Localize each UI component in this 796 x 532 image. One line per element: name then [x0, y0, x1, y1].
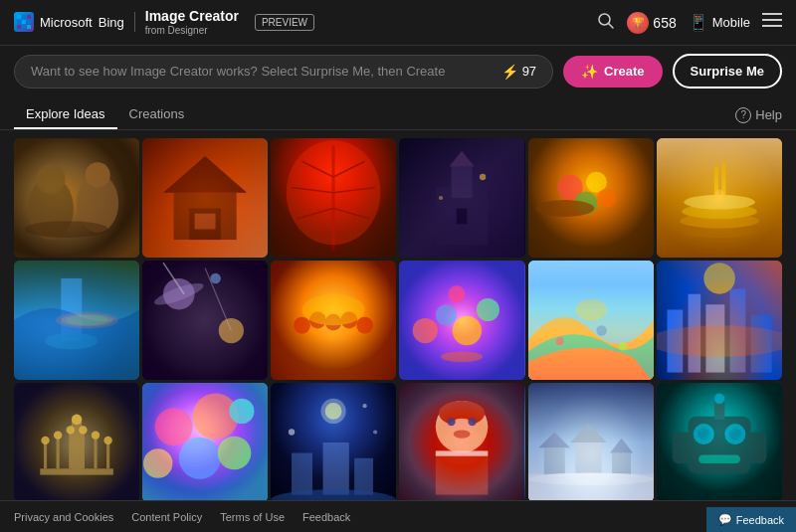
bolt-count: 97 [522, 64, 536, 79]
svg-point-109 [92, 431, 100, 439]
svg-rect-4 [22, 20, 26, 24]
grid-item-pancakes[interactable] [657, 138, 782, 258]
svg-point-44 [574, 192, 597, 215]
create-button[interactable]: ✨ Create [563, 56, 662, 88]
svg-point-72 [341, 312, 358, 329]
svg-point-149 [724, 424, 745, 444]
brand-sub: from Designer [145, 25, 239, 36]
svg-rect-14 [14, 138, 139, 258]
svg-rect-0 [17, 15, 21, 19]
help-icon: ? [735, 107, 751, 123]
grid-item-robot[interactable] [657, 383, 782, 502]
svg-line-66 [163, 263, 184, 294]
search-placeholder: Want to see how Image Creator works? Sel… [31, 64, 445, 79]
svg-rect-128 [399, 383, 524, 502]
hamburger-icon[interactable] [762, 12, 782, 33]
svg-point-76 [413, 318, 438, 343]
footer: Privacy and Cookies Content Policy Terms… [0, 500, 796, 532]
svg-rect-153 [714, 401, 725, 420]
svg-point-83 [575, 299, 607, 320]
svg-point-57 [46, 333, 99, 350]
grid-item-parade[interactable] [271, 261, 396, 380]
svg-line-28 [302, 161, 334, 177]
svg-point-116 [143, 448, 172, 477]
search-box[interactable]: Want to see how Image Creator works? Sel… [14, 55, 553, 89]
svg-point-81 [442, 352, 484, 363]
grid-item-planets[interactable] [142, 261, 268, 380]
svg-point-42 [557, 175, 582, 200]
svg-point-104 [41, 437, 49, 444]
svg-line-33 [333, 209, 370, 220]
preview-badge: PREVIEW [255, 14, 314, 31]
svg-rect-147 [688, 417, 750, 474]
svg-rect-125 [323, 443, 349, 495]
grid-item-santa[interactable] [399, 383, 524, 502]
svg-marker-37 [450, 151, 475, 167]
svg-point-93 [657, 325, 782, 357]
svg-rect-24 [195, 214, 216, 230]
mobile-icon: 📱 [689, 13, 708, 32]
svg-rect-36 [452, 166, 473, 198]
feedback-icon: 💬 [718, 513, 732, 526]
tab-creations[interactable]: Creations [117, 100, 197, 129]
svg-point-69 [294, 317, 310, 334]
svg-rect-87 [657, 261, 782, 380]
search-icon[interactable] [597, 12, 615, 34]
svg-rect-142 [612, 453, 631, 479]
grid-item-colorful-hills[interactable] [528, 261, 654, 380]
coin-icon: 🏆 [627, 12, 649, 34]
grid-item-waterfall[interactable] [14, 261, 139, 380]
grid-item-futuristic[interactable] [657, 261, 782, 380]
svg-rect-152 [698, 455, 740, 463]
svg-point-144 [528, 472, 654, 485]
bing-logo-icon [14, 12, 34, 32]
header: Microsoft Bing Image Creator from Design… [0, 0, 796, 46]
mobile-area[interactable]: 📱 Mobile [689, 13, 750, 32]
svg-rect-56 [61, 278, 82, 341]
svg-rect-3 [17, 20, 21, 24]
svg-rect-41 [528, 138, 654, 258]
svg-point-49 [680, 214, 759, 229]
feedback-button[interactable]: 💬 Feedback [706, 507, 796, 532]
grid-item-cabin[interactable] [142, 138, 268, 258]
terms-link[interactable]: Terms of Use [220, 511, 285, 523]
bing-logo: Microsoft Bing [14, 12, 124, 32]
svg-rect-1 [22, 15, 26, 19]
svg-rect-140 [575, 443, 601, 479]
grid-item-leaf[interactable] [271, 138, 396, 258]
svg-rect-38 [457, 209, 468, 225]
svg-point-27 [287, 140, 381, 245]
coins-area: 🏆 658 [627, 12, 676, 34]
help-button[interactable]: ? Help [735, 107, 782, 123]
grid-item-snow-village[interactable] [528, 383, 654, 502]
svg-point-110 [103, 437, 111, 444]
privacy-link[interactable]: Privacy and Cookies [14, 511, 113, 523]
svg-point-51 [684, 195, 754, 210]
svg-point-73 [357, 317, 374, 334]
grid-item-colorful-balls[interactable] [142, 383, 268, 502]
svg-point-62 [163, 278, 195, 310]
grid-item-cornucopia[interactable] [528, 138, 654, 258]
surprise-button[interactable]: Surprise Me [673, 54, 782, 89]
svg-point-114 [179, 438, 221, 479]
svg-rect-90 [705, 304, 724, 372]
grid-item-castle[interactable] [399, 138, 524, 258]
grid-item-night-scene[interactable] [271, 383, 396, 502]
svg-point-129 [436, 401, 489, 453]
content-policy-link[interactable]: Content Policy [131, 511, 202, 523]
grid-item-menorah[interactable] [14, 383, 139, 502]
svg-rect-130 [436, 453, 489, 495]
svg-point-135 [454, 430, 471, 438]
microsoft-bing-label: Microsoft [40, 15, 93, 30]
svg-rect-89 [688, 294, 700, 373]
search-area: Want to see how Image Creator works? Sel… [0, 46, 796, 96]
grid-item-bear[interactable] [14, 138, 139, 258]
svg-point-133 [448, 418, 456, 426]
svg-rect-92 [750, 315, 771, 373]
grid-item-celebration[interactable] [399, 261, 524, 380]
svg-point-134 [469, 418, 477, 426]
svg-point-79 [477, 298, 499, 321]
coins-count: 658 [653, 15, 676, 31]
tab-explore[interactable]: Explore Ideas [14, 100, 117, 129]
feedback-link[interactable]: Feedback [302, 511, 350, 523]
